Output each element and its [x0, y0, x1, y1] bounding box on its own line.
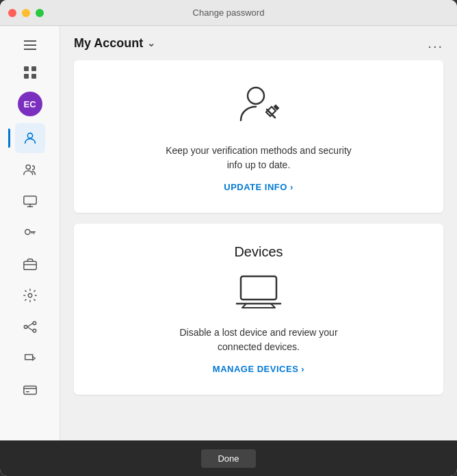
update-info-link[interactable]: UPDATE INFO › [224, 182, 293, 192]
account-title-button[interactable]: My Account ⌄ [74, 36, 155, 51]
grid-icon-button[interactable] [16, 60, 44, 85]
svg-rect-3 [31, 74, 36, 79]
avatar[interactable]: EC [18, 92, 42, 116]
sidebar: EC [0, 26, 60, 440]
svg-rect-2 [24, 74, 29, 79]
manage-devices-link[interactable]: MANAGE DEVICES › [213, 364, 304, 374]
grid-icon [24, 66, 36, 79]
minimize-button[interactable] [22, 9, 30, 17]
svg-rect-6 [23, 196, 36, 204]
svg-point-9 [28, 293, 32, 298]
key-icon [23, 225, 38, 240]
sidebar-item-password[interactable] [15, 217, 45, 248]
forward-icon [23, 351, 38, 366]
done-button[interactable]: Done [201, 449, 255, 468]
svg-rect-8 [23, 261, 36, 269]
hamburger-line [24, 44, 36, 46]
svg-point-7 [25, 229, 29, 234]
maximize-button[interactable] [36, 9, 44, 17]
sidebar-item-users[interactable] [15, 155, 45, 185]
sidebar-item-profile[interactable] [15, 123, 45, 153]
svg-point-14 [248, 88, 264, 104]
briefcase-icon [23, 256, 38, 272]
sidebar-item-messages[interactable] [15, 343, 45, 373]
window-title: Change password [193, 8, 265, 18]
arrow-icon: › [301, 364, 304, 374]
person-edit-icon [234, 81, 283, 133]
svg-point-4 [27, 133, 32, 138]
sidebar-item-work[interactable] [15, 249, 45, 279]
sidebar-top: EC [0, 33, 60, 120]
devices-title: Devices [234, 244, 283, 260]
sidebar-item-connections[interactable] [15, 312, 45, 342]
devices-card: Devices Disable a lost device and review… [74, 224, 443, 395]
connections-icon [23, 319, 38, 334]
main-content: Keep your verification methods and secur… [60, 60, 457, 440]
more-options-button[interactable]: ... [428, 36, 443, 51]
sidebar-item-settings[interactable] [15, 280, 45, 310]
settings-icon [23, 288, 38, 303]
sidebar-item-billing[interactable] [15, 375, 45, 405]
arrow-icon: › [290, 182, 293, 192]
users-icon [23, 162, 38, 177]
bottom-bar: Done [0, 440, 457, 476]
hamburger-line [24, 49, 36, 50]
monitor-icon [23, 194, 38, 209]
main-area: My Account ⌄ ... [60, 26, 457, 440]
security-description: Keep your verification methods and secur… [163, 144, 354, 172]
card-icon [23, 382, 38, 397]
titlebar: Change password [0, 0, 457, 26]
app-body: EC [0, 26, 457, 440]
window-controls [8, 9, 44, 17]
laptop-icon [234, 271, 283, 315]
devices-description: Disable a lost device and review your co… [163, 326, 354, 354]
svg-rect-15 [241, 276, 276, 300]
app-window: Change password [0, 0, 457, 476]
close-button[interactable] [8, 9, 16, 17]
person-icon [23, 131, 38, 146]
chevron-down-icon: ⌄ [147, 38, 155, 49]
svg-rect-1 [31, 66, 36, 71]
sidebar-item-devices[interactable] [15, 186, 45, 216]
hamburger-menu-button[interactable] [16, 33, 44, 57]
svg-point-5 [26, 165, 30, 169]
svg-rect-0 [24, 66, 29, 71]
hamburger-line [24, 40, 36, 42]
account-title-text: My Account [74, 36, 143, 51]
svg-rect-13 [23, 386, 36, 395]
topbar: My Account ⌄ ... [60, 26, 457, 60]
nav-items [0, 123, 60, 405]
security-card: Keep your verification methods and secur… [74, 60, 443, 213]
